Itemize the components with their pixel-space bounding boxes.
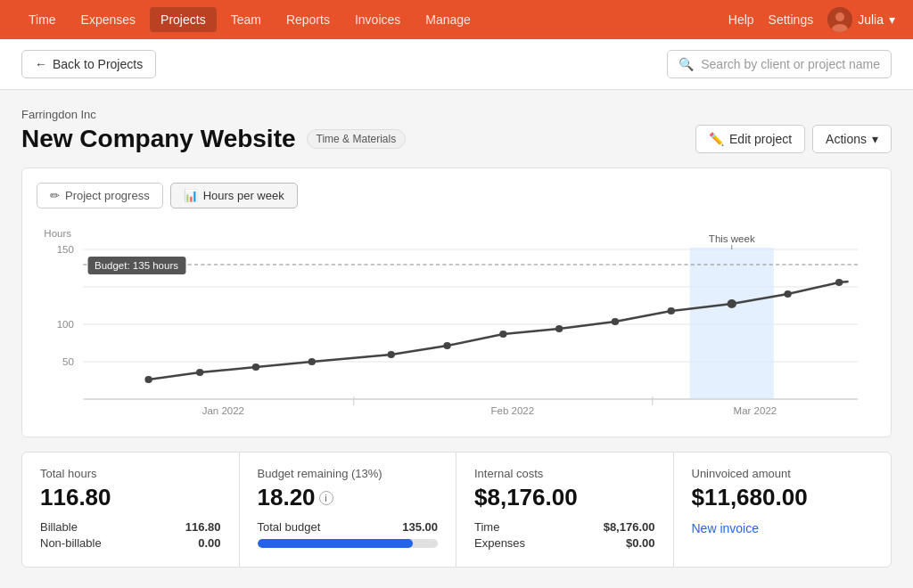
svg-point-25 bbox=[612, 318, 619, 325]
nav-item-expenses[interactable]: Expenses bbox=[70, 7, 146, 32]
svg-point-24 bbox=[555, 325, 563, 332]
svg-text:Jan 2022: Jan 2022 bbox=[202, 405, 244, 416]
avatar-image bbox=[827, 7, 852, 32]
svg-point-23 bbox=[499, 331, 506, 338]
total-hours-label: Total hours bbox=[40, 467, 221, 480]
search-placeholder: Search by client or project name bbox=[701, 57, 880, 71]
nav-item-invoices[interactable]: Invoices bbox=[344, 7, 411, 32]
nav-item-reports[interactable]: Reports bbox=[276, 7, 341, 32]
svg-text:100: 100 bbox=[57, 319, 74, 330]
pencil-icon: ✏️ bbox=[709, 132, 724, 146]
svg-text:150: 150 bbox=[57, 244, 74, 255]
stat-billable-row: Billable 116.80 bbox=[40, 520, 221, 534]
uninvoiced-label: Uninvoiced amount bbox=[692, 467, 874, 480]
svg-text:This week: This week bbox=[709, 233, 755, 244]
svg-text:Mar 2022: Mar 2022 bbox=[734, 405, 777, 416]
stat-budget-remaining: Budget remaining (13%) 18.20 i Total bud… bbox=[240, 453, 457, 567]
svg-point-22 bbox=[443, 342, 450, 349]
nav-item-projects[interactable]: Projects bbox=[150, 7, 217, 32]
project-actions: ✏️ Edit project Actions ▾ bbox=[695, 125, 892, 153]
search-box[interactable]: 🔍 Search by client or project name bbox=[667, 50, 892, 78]
svg-point-29 bbox=[835, 279, 843, 286]
svg-point-27 bbox=[728, 299, 736, 308]
bar-chart-icon: 📊 bbox=[184, 189, 198, 202]
chart-area: Hours 150 100 50 This week Bud bbox=[37, 223, 876, 422]
stat-internal-costs: Internal costs $8,176.00 Time $8,176.00 … bbox=[456, 453, 674, 567]
svg-text:Budget: 135 hours: Budget: 135 hours bbox=[95, 260, 178, 271]
chart-tabs: ✏ Project progress 📊 Hours per week bbox=[37, 183, 876, 208]
costs-expenses-row: Expenses $0.00 bbox=[474, 536, 655, 550]
back-to-projects-button[interactable]: ← Back to Projects bbox=[21, 50, 156, 78]
budget-value-row: 18.20 i bbox=[258, 484, 439, 511]
svg-point-1 bbox=[835, 12, 844, 21]
project-company: Farringdon Inc bbox=[21, 108, 892, 121]
nav-right: Help Settings Julia ▾ bbox=[728, 7, 895, 32]
costs-time-amount: $8,176.00 bbox=[604, 520, 655, 534]
stat-nonbillable-row: Non-billable 0.00 bbox=[40, 536, 221, 550]
back-label: Back to Projects bbox=[53, 57, 143, 71]
nav-item-manage[interactable]: Manage bbox=[415, 7, 481, 32]
info-icon[interactable]: i bbox=[319, 491, 333, 505]
project-title: New Company Website bbox=[21, 125, 296, 153]
pencil-icon-small: ✏ bbox=[50, 189, 60, 202]
sub-header: ← Back to Projects 🔍 Search by client or… bbox=[0, 39, 913, 90]
svg-text:Feb 2022: Feb 2022 bbox=[490, 405, 534, 416]
budget-remaining-text: Budget remaining (13%) bbox=[258, 467, 382, 480]
edit-project-button[interactable]: ✏️ Edit project bbox=[695, 125, 805, 153]
svg-text:Hours: Hours bbox=[44, 228, 71, 239]
stat-uninvoiced: Uninvoiced amount $11,680.00 New invoice bbox=[674, 453, 892, 567]
settings-link[interactable]: Settings bbox=[769, 12, 814, 27]
project-title-row: New Company Website Time & Materials ✏️ … bbox=[21, 125, 892, 153]
stat-total-hours: Total hours 116.80 Billable 116.80 Non-b… bbox=[22, 453, 240, 567]
nonbillable-label: Non-billable bbox=[40, 536, 102, 550]
uninvoiced-value: $11,680.00 bbox=[692, 484, 874, 511]
stats-row: Total hours 116.80 Billable 116.80 Non-b… bbox=[21, 452, 892, 568]
user-menu[interactable]: Julia ▾ bbox=[827, 7, 895, 32]
budget-remaining-label: Budget remaining (13%) bbox=[258, 467, 439, 480]
costs-time-label: Time bbox=[474, 520, 499, 534]
search-icon: 🔍 bbox=[679, 57, 694, 71]
new-invoice-link[interactable]: New invoice bbox=[692, 521, 759, 535]
chevron-down-icon: ▾ bbox=[889, 12, 895, 27]
internal-costs-label: Internal costs bbox=[474, 467, 655, 480]
user-name: Julia bbox=[858, 12, 884, 27]
svg-point-26 bbox=[668, 307, 675, 314]
top-navigation: Time Expenses Projects Team Reports Invo… bbox=[0, 0, 913, 39]
actions-button[interactable]: Actions ▾ bbox=[812, 125, 892, 153]
nonbillable-amount: 0.00 bbox=[198, 536, 220, 550]
chevron-down-icon: ▾ bbox=[872, 132, 878, 146]
total-budget-label: Total budget bbox=[258, 520, 321, 534]
help-link[interactable]: Help bbox=[728, 12, 754, 27]
svg-point-17 bbox=[144, 376, 152, 383]
tab-project-progress[interactable]: ✏ Project progress bbox=[37, 183, 163, 208]
total-hours-value: 116.80 bbox=[40, 484, 221, 511]
budget-progress-bar-fill bbox=[258, 539, 413, 548]
hours-chart: Hours 150 100 50 This week Bud bbox=[37, 223, 876, 419]
svg-point-18 bbox=[196, 369, 203, 376]
project-title-left: New Company Website Time & Materials bbox=[21, 125, 406, 153]
costs-expenses-label: Expenses bbox=[474, 536, 525, 550]
avatar bbox=[827, 7, 852, 32]
chart-card: ✏ Project progress 📊 Hours per week Hour… bbox=[21, 167, 892, 437]
svg-point-19 bbox=[252, 363, 259, 371]
this-week-highlight bbox=[690, 248, 774, 399]
tab-progress-label: Project progress bbox=[65, 189, 150, 202]
svg-point-21 bbox=[388, 351, 395, 358]
nav-left: Time Expenses Projects Team Reports Invo… bbox=[18, 7, 481, 32]
main-content: Farringdon Inc New Company Website Time … bbox=[0, 90, 913, 585]
project-type-badge: Time & Materials bbox=[307, 129, 407, 149]
billable-label: Billable bbox=[40, 520, 78, 534]
arrow-left-icon: ← bbox=[35, 57, 47, 71]
costs-time-row: Time $8,176.00 bbox=[474, 520, 655, 534]
tab-hours-label: Hours per week bbox=[203, 189, 284, 202]
svg-point-20 bbox=[308, 358, 316, 365]
budget-progress-bar-bg bbox=[258, 539, 439, 548]
nav-item-time[interactable]: Time bbox=[18, 7, 67, 32]
tab-hours-per-week[interactable]: 📊 Hours per week bbox=[170, 183, 298, 208]
nav-item-team[interactable]: Team bbox=[220, 7, 272, 32]
costs-expenses-amount: $0.00 bbox=[626, 536, 655, 550]
total-budget-amount: 135.00 bbox=[402, 520, 438, 534]
total-budget-row: Total budget 135.00 bbox=[258, 520, 439, 534]
edit-label: Edit project bbox=[729, 132, 792, 146]
svg-text:50: 50 bbox=[62, 356, 74, 367]
